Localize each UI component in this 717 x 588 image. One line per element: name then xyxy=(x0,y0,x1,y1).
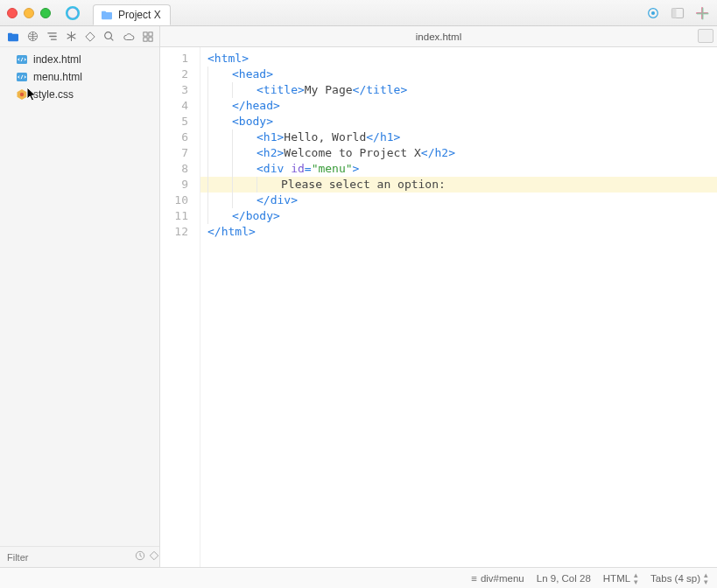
preview-eye-icon[interactable] xyxy=(645,5,661,21)
line-number: 1 xyxy=(160,51,188,66)
indent-picker[interactable]: Tabs (4 sp) ▴▾ xyxy=(650,571,708,585)
new-file-plus-icon[interactable] xyxy=(694,5,710,21)
breadcrumb-text: div#menu xyxy=(481,573,524,584)
file-item-index-html[interactable]: index.html xyxy=(0,51,159,68)
fold-strip xyxy=(193,47,200,567)
code-line[interactable]: <body> xyxy=(207,114,717,130)
titlebar: Project X xyxy=(0,0,717,26)
line-number: 7 xyxy=(160,145,188,161)
line-number: 10 xyxy=(160,192,188,208)
line-number: 12 xyxy=(160,224,188,240)
line-gutter: 123456789101112 xyxy=(160,47,193,567)
code-line[interactable]: </body> xyxy=(207,208,717,224)
editor-tab-title[interactable]: index.html xyxy=(416,32,461,42)
line-number: 2 xyxy=(160,66,188,82)
updown-icon: ▴▾ xyxy=(634,571,638,585)
editor-tabbar: index.html xyxy=(160,26,717,47)
file-item-style-css[interactable]: style.css xyxy=(0,86,159,103)
code-editor[interactable]: 123456789101112 <html><head><title>My Pa… xyxy=(160,47,717,567)
code-line[interactable]: <title>My Page</title> xyxy=(207,82,717,98)
app-logo-icon xyxy=(65,5,81,21)
zoom-window-button[interactable] xyxy=(40,8,51,18)
code-line[interactable]: </html> xyxy=(207,224,717,240)
svg-point-13 xyxy=(20,93,24,96)
file-item-label: menu.html xyxy=(33,71,82,83)
file-item-menu-html[interactable]: menu.html xyxy=(0,68,159,86)
css-file-icon xyxy=(16,88,28,101)
history-icon[interactable] xyxy=(135,550,145,564)
file-item-label: index.html xyxy=(33,53,81,66)
svg-point-6 xyxy=(105,32,112,39)
sidebar-filter-row xyxy=(0,546,159,567)
snowflake-icon[interactable] xyxy=(66,31,77,43)
code-line[interactable]: Please select an option: xyxy=(200,177,717,192)
svg-rect-4 xyxy=(672,8,677,18)
svg-rect-10 xyxy=(149,37,152,40)
sidebar-toolbar xyxy=(0,26,159,47)
folder-view-icon[interactable] xyxy=(7,31,19,43)
outline-icon[interactable] xyxy=(46,31,58,43)
project-tab-label: Project X xyxy=(118,9,161,21)
scope-diamond-icon[interactable] xyxy=(149,550,159,564)
breadcrumb[interactable]: ≡ div#menu xyxy=(471,573,524,584)
svg-rect-8 xyxy=(149,32,152,35)
line-number: 3 xyxy=(160,82,188,98)
window-controls xyxy=(7,8,51,18)
filter-input[interactable] xyxy=(4,550,131,564)
line-number: 5 xyxy=(160,114,188,130)
breadcrumb-icon: ≡ xyxy=(471,573,477,584)
minimize-window-button[interactable] xyxy=(24,8,34,18)
code-line[interactable]: <div id="menu"> xyxy=(207,161,717,177)
globe-icon[interactable] xyxy=(27,31,39,43)
code-line[interactable]: <head> xyxy=(207,66,717,82)
line-number: 9 xyxy=(160,177,188,192)
search-icon[interactable] xyxy=(103,31,115,43)
line-number: 11 xyxy=(160,208,188,224)
language-picker[interactable]: HTML ▴▾ xyxy=(603,571,638,585)
svg-point-2 xyxy=(651,11,655,15)
code-line[interactable]: <h1>Hello, World</h1> xyxy=(207,130,717,145)
svg-point-0 xyxy=(67,7,79,19)
folder-icon xyxy=(101,10,113,20)
file-tree: index.htmlmenu.htmlstyle.css xyxy=(0,47,159,546)
sidebar: index.htmlmenu.htmlstyle.css xyxy=(0,26,160,567)
html-file-icon xyxy=(16,71,28,83)
editor-split-toggle[interactable] xyxy=(698,29,713,43)
project-tab[interactable]: Project X xyxy=(93,4,171,25)
file-item-label: style.css xyxy=(33,88,74,101)
statusbar: ≡ div#menu Ln 9, Col 28 HTML ▴▾ Tabs (4 … xyxy=(0,567,717,588)
close-window-button[interactable] xyxy=(7,8,18,18)
code-line[interactable]: <html> xyxy=(207,51,717,66)
html-file-icon xyxy=(16,53,28,66)
code-line[interactable]: </head> xyxy=(207,98,717,114)
layout-toggle-icon[interactable] xyxy=(670,5,685,21)
code-line[interactable]: <h2>Welcome to Project X</h2> xyxy=(207,145,717,161)
svg-rect-7 xyxy=(144,32,147,35)
line-number: 4 xyxy=(160,98,188,114)
code-content[interactable]: <html><head><title>My Page</title></head… xyxy=(200,47,717,567)
diamond-icon[interactable] xyxy=(85,31,95,43)
updown-icon: ▴▾ xyxy=(704,571,708,585)
svg-rect-9 xyxy=(144,37,147,40)
line-number: 6 xyxy=(160,130,188,145)
line-number: 8 xyxy=(160,161,188,177)
editor-pane: index.html 123456789101112 <html><head><… xyxy=(160,26,717,567)
cursor-position[interactable]: Ln 9, Col 28 xyxy=(537,573,591,584)
cloud-icon[interactable] xyxy=(123,31,135,43)
grid-icon[interactable] xyxy=(143,31,153,43)
code-line[interactable]: </div> xyxy=(207,192,717,208)
